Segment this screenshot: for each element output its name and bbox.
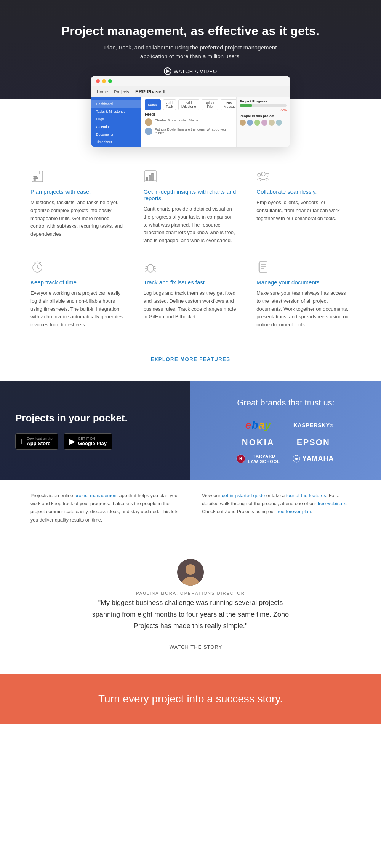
tour-link[interactable]: tour of the features bbox=[286, 493, 326, 498]
brands-grid: ebay KASPERSKY® NOKIA EPSON H HARVARDLAW… bbox=[236, 419, 335, 464]
apple-icon:  bbox=[21, 437, 24, 446]
progress-label: Project Progress bbox=[240, 99, 287, 103]
svg-line-19 bbox=[40, 262, 41, 263]
feature-time-title: Keep track of time. bbox=[30, 279, 125, 286]
svg-rect-5 bbox=[34, 178, 38, 179]
people-label: People in this project bbox=[240, 114, 287, 118]
feature-insights: Get in-depth insights with charts and re… bbox=[144, 169, 238, 245]
google-play-icon: ▶ bbox=[69, 437, 75, 446]
avatar bbox=[145, 118, 152, 126]
watch-video-button[interactable]: WATCH A VIDEO bbox=[164, 67, 217, 75]
svg-line-26 bbox=[154, 270, 156, 271]
plan-icon bbox=[30, 169, 125, 185]
minimize-dot[interactable] bbox=[102, 79, 106, 83]
svg-point-20 bbox=[147, 265, 154, 272]
progress-bar bbox=[240, 104, 287, 107]
footer-cta-text: Turn every project into a success story. bbox=[19, 693, 362, 705]
pocket-title: Projects in your pocket. bbox=[15, 412, 175, 424]
status-btn[interactable]: Status bbox=[145, 99, 161, 110]
testimonial-avatar bbox=[177, 559, 204, 586]
info-section: Projects is an online project management… bbox=[0, 480, 381, 536]
svg-line-23 bbox=[145, 270, 147, 271]
sidebar-item-tasks[interactable]: Tasks & Milestones bbox=[91, 108, 141, 115]
webinars-link[interactable]: free webinars bbox=[318, 501, 346, 506]
close-dot[interactable] bbox=[96, 79, 100, 83]
watch-video-label: WATCH A VIDEO bbox=[174, 69, 217, 74]
time-icon bbox=[30, 260, 125, 275]
app-titlebar bbox=[91, 76, 290, 86]
getting-started-link[interactable]: getting started guide bbox=[222, 493, 265, 498]
brand-harvard: H HARVARDLAW SCHOOL bbox=[236, 453, 280, 464]
feeds-label: Feeds bbox=[145, 112, 232, 116]
app-main: Status Add Task Add Milestone Upload Fil… bbox=[141, 97, 236, 147]
sidebar-item-bugs[interactable]: Bugs bbox=[91, 115, 141, 123]
add-task-btn[interactable]: Add Task bbox=[163, 99, 176, 110]
progress-percent: 27% bbox=[240, 108, 287, 112]
upload-file-btn[interactable]: Upload File bbox=[202, 99, 219, 110]
svg-text:H: H bbox=[239, 457, 242, 461]
docs-icon bbox=[256, 260, 351, 275]
brand-epson: EPSON bbox=[297, 437, 330, 447]
feature-time-desc: Everyone working on a project can easily… bbox=[30, 289, 125, 329]
person-avatar bbox=[261, 120, 267, 126]
feed-item: Charles Stone posted Status bbox=[145, 118, 232, 126]
add-milestone-btn[interactable]: Add Milestone bbox=[178, 99, 199, 110]
bug-icon bbox=[144, 260, 238, 275]
nav-projects[interactable]: Projects bbox=[114, 89, 129, 94]
brand-kaspersky: KASPERSKY® bbox=[293, 422, 333, 428]
google-play-badge[interactable]: ▶ GET IT ON Google Play bbox=[64, 433, 112, 450]
project-management-link[interactable]: project management bbox=[74, 493, 118, 498]
svg-line-17 bbox=[37, 268, 39, 269]
feature-collaborate-title: Collaborate seamlessly. bbox=[256, 188, 351, 195]
sidebar-item-timesheet[interactable]: Timesheet bbox=[91, 138, 141, 146]
testimonial-quote: "My biggest business challenge was runni… bbox=[84, 597, 297, 632]
feature-docs: Manage your documents. Make sure your te… bbox=[256, 260, 351, 329]
hero-subtitle: Plan, track, and collaborate using the p… bbox=[99, 43, 282, 61]
features-section: Plan projects with ease. Milestones, tas… bbox=[0, 147, 381, 344]
app-sidebar: Dashboard Tasks & Milestones Bugs Calend… bbox=[91, 97, 141, 147]
play-story-icon bbox=[159, 643, 166, 651]
sidebar-item-calendar[interactable]: Calendar bbox=[91, 123, 141, 131]
svg-point-13 bbox=[258, 173, 261, 176]
sidebar-item-dashboard[interactable]: Dashboard bbox=[91, 100, 141, 108]
feature-plan: Plan projects with ease. Milestones, tas… bbox=[30, 169, 125, 245]
svg-rect-8 bbox=[146, 177, 148, 181]
app-nav: Home Projects ERP Phase III bbox=[91, 86, 290, 97]
svg-point-14 bbox=[266, 173, 269, 176]
brand-ebay: ebay bbox=[245, 419, 271, 431]
brand-nokia: NOKIA bbox=[242, 437, 275, 447]
svg-rect-6 bbox=[34, 180, 36, 180]
avatars-row bbox=[240, 120, 287, 126]
svg-line-18 bbox=[34, 262, 34, 263]
svg-rect-9 bbox=[149, 175, 150, 181]
person-avatar bbox=[254, 120, 260, 126]
collaborate-icon bbox=[256, 169, 351, 185]
watch-story-button[interactable]: WATCH THE STORY bbox=[159, 643, 223, 651]
feature-time: Keep track of time. Everyone working on … bbox=[30, 260, 125, 329]
feed-text: Patricia Boyle Here are the icons. What … bbox=[155, 128, 232, 135]
feature-docs-desc: Make sure your team always has access to… bbox=[256, 289, 351, 329]
feature-bugs-title: Track and fix issues fast. bbox=[144, 279, 238, 286]
post-message-btn[interactable]: Post a Message bbox=[221, 99, 236, 110]
feeds-area: Feeds Charles Stone posted Status Patric… bbox=[145, 112, 232, 135]
svg-rect-4 bbox=[34, 176, 37, 177]
app-right-panel: Project Progress 27% People in this proj… bbox=[236, 97, 290, 147]
app-store-text: Download on the App Store bbox=[27, 437, 53, 446]
feature-bugs: Track and fix issues fast. Log bugs and … bbox=[144, 260, 238, 329]
pocket-left: Projects in your pocket.  Download on t… bbox=[0, 381, 190, 480]
nav-home[interactable]: Home bbox=[97, 89, 108, 94]
feature-insights-title: Get in-depth insights with charts and re… bbox=[144, 188, 238, 201]
maximize-dot[interactable] bbox=[108, 79, 112, 83]
avatar bbox=[145, 128, 152, 135]
free-plan-link[interactable]: free forever plan bbox=[276, 509, 311, 514]
explore-more-link[interactable]: EXPLORE MORE FEATURES bbox=[151, 356, 231, 363]
app-screenshot: Home Projects ERP Phase III Dashboard Ta… bbox=[91, 76, 290, 147]
app-store-badge[interactable]:  Download on the App Store bbox=[15, 433, 58, 450]
brand-yamaha: YAMAHA bbox=[293, 455, 334, 463]
watch-story-label: WATCH THE STORY bbox=[170, 644, 223, 650]
testimonial-name: PAULINA MORA, OPERATIONS DIRECTOR bbox=[136, 591, 245, 595]
person-avatar bbox=[276, 120, 282, 126]
project-title: ERP Phase III bbox=[135, 89, 167, 94]
sidebar-item-documents[interactable]: Documents bbox=[91, 131, 141, 138]
footer-cta: Turn every project into a success story. bbox=[0, 674, 381, 724]
